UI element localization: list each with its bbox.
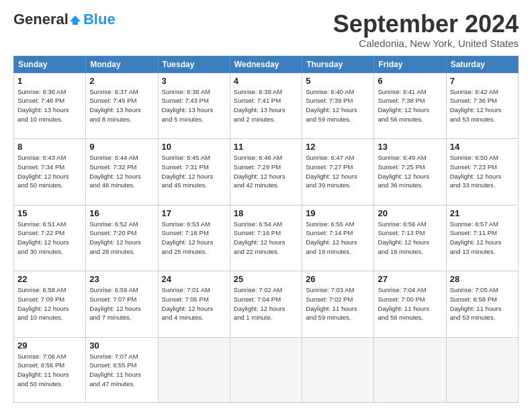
day-info: Sunrise: 6:49 AM Sunset: 7:25 PM Dayligh… <box>378 153 442 190</box>
calendar-cell: 7Sunrise: 6:42 AM Sunset: 7:36 PM Daylig… <box>446 73 518 139</box>
weekday-header-row: SundayMondayTuesdayWednesdayThursdayFrid… <box>14 56 519 73</box>
calendar-cell: 12Sunrise: 6:47 AM Sunset: 7:27 PM Dayli… <box>302 139 374 205</box>
day-number: 18 <box>234 208 298 218</box>
calendar-cell: 20Sunrise: 6:56 AM Sunset: 7:13 PM Dayli… <box>374 205 446 271</box>
day-info: Sunrise: 6:59 AM Sunset: 7:07 PM Dayligh… <box>89 285 154 322</box>
day-info: Sunrise: 6:47 AM Sunset: 7:27 PM Dayligh… <box>306 153 370 190</box>
calendar-cell: 2Sunrise: 6:37 AM Sunset: 7:45 PM Daylig… <box>86 73 158 139</box>
calendar-cell: 8Sunrise: 6:43 AM Sunset: 7:34 PM Daylig… <box>14 139 86 205</box>
day-info: Sunrise: 6:56 AM Sunset: 7:13 PM Dayligh… <box>378 220 442 257</box>
day-info: Sunrise: 6:37 AM Sunset: 7:45 PM Dayligh… <box>89 87 154 124</box>
day-info: Sunrise: 7:04 AM Sunset: 7:00 PM Dayligh… <box>378 285 442 322</box>
calendar-cell: 19Sunrise: 6:55 AM Sunset: 7:14 PM Dayli… <box>302 205 374 271</box>
day-number: 14 <box>450 142 515 152</box>
day-number: 24 <box>162 274 226 284</box>
calendar-cell: 1Sunrise: 6:36 AM Sunset: 7:46 PM Daylig… <box>14 73 86 139</box>
weekday-header-saturday: Saturday <box>446 56 518 73</box>
logo-blue: Blue <box>83 11 116 28</box>
title-block: September 2024 Caledonia, New York, Unit… <box>333 11 519 49</box>
day-info: Sunrise: 6:51 AM Sunset: 7:22 PM Dayligh… <box>17 220 82 257</box>
week-row-2: 8Sunrise: 6:43 AM Sunset: 7:34 PM Daylig… <box>14 139 519 205</box>
day-number: 6 <box>378 76 442 86</box>
calendar-cell: 10Sunrise: 6:45 AM Sunset: 7:31 PM Dayli… <box>158 139 230 205</box>
calendar-cell: 13Sunrise: 6:49 AM Sunset: 7:25 PM Dayli… <box>374 139 446 205</box>
calendar-cell <box>446 337 518 402</box>
day-number: 25 <box>234 274 298 284</box>
calendar-cell: 26Sunrise: 7:03 AM Sunset: 7:02 PM Dayli… <box>302 271 374 338</box>
day-number: 10 <box>162 142 226 152</box>
header: General Blue September 2024 Caledonia, N… <box>13 11 519 49</box>
calendar-cell: 22Sunrise: 6:58 AM Sunset: 7:09 PM Dayli… <box>14 271 86 338</box>
calendar-cell: 29Sunrise: 7:06 AM Sunset: 6:56 PM Dayli… <box>14 337 86 402</box>
calendar-cell: 18Sunrise: 6:54 AM Sunset: 7:16 PM Dayli… <box>230 205 302 271</box>
day-info: Sunrise: 7:02 AM Sunset: 7:04 PM Dayligh… <box>234 285 298 322</box>
weekday-header-sunday: Sunday <box>14 56 86 73</box>
calendar-cell: 5Sunrise: 6:40 AM Sunset: 7:39 PM Daylig… <box>302 73 374 139</box>
week-row-3: 15Sunrise: 6:51 AM Sunset: 7:22 PM Dayli… <box>14 205 519 271</box>
calendar-cell: 14Sunrise: 6:50 AM Sunset: 7:23 PM Dayli… <box>446 139 518 205</box>
day-info: Sunrise: 6:55 AM Sunset: 7:14 PM Dayligh… <box>306 220 370 257</box>
day-number: 12 <box>306 142 370 152</box>
day-info: Sunrise: 6:43 AM Sunset: 7:34 PM Dayligh… <box>17 153 82 190</box>
day-number: 17 <box>162 208 226 218</box>
day-info: Sunrise: 6:39 AM Sunset: 7:41 PM Dayligh… <box>234 87 298 124</box>
day-info: Sunrise: 6:50 AM Sunset: 7:23 PM Dayligh… <box>450 153 515 190</box>
day-info: Sunrise: 6:52 AM Sunset: 7:20 PM Dayligh… <box>89 220 154 257</box>
calendar-cell: 28Sunrise: 7:05 AM Sunset: 6:58 PM Dayli… <box>446 271 518 338</box>
day-number: 2 <box>89 76 154 86</box>
svg-marker-0 <box>70 15 81 25</box>
weekday-header-friday: Friday <box>374 56 446 73</box>
calendar-cell <box>302 337 374 402</box>
calendar-cell: 21Sunrise: 6:57 AM Sunset: 7:11 PM Dayli… <box>446 205 518 271</box>
calendar-cell: 27Sunrise: 7:04 AM Sunset: 7:00 PM Dayli… <box>374 271 446 338</box>
month-title: September 2024 <box>333 11 519 38</box>
day-info: Sunrise: 7:05 AM Sunset: 6:58 PM Dayligh… <box>450 285 515 322</box>
day-number: 20 <box>378 208 442 218</box>
logo: General Blue <box>13 11 116 28</box>
calendar-cell: 25Sunrise: 7:02 AM Sunset: 7:04 PM Dayli… <box>230 271 302 338</box>
logo-text: General Blue <box>13 11 116 28</box>
day-info: Sunrise: 6:41 AM Sunset: 7:38 PM Dayligh… <box>378 87 442 124</box>
day-info: Sunrise: 6:46 AM Sunset: 7:29 PM Dayligh… <box>234 153 298 190</box>
page: General Blue September 2024 Caledonia, N… <box>0 0 532 411</box>
day-info: Sunrise: 6:40 AM Sunset: 7:39 PM Dayligh… <box>306 87 370 124</box>
day-info: Sunrise: 7:03 AM Sunset: 7:02 PM Dayligh… <box>306 285 370 322</box>
calendar-cell: 11Sunrise: 6:46 AM Sunset: 7:29 PM Dayli… <box>230 139 302 205</box>
day-number: 22 <box>17 274 82 284</box>
location: Caledonia, New York, United States <box>333 38 519 49</box>
weekday-header-wednesday: Wednesday <box>230 56 302 73</box>
day-number: 23 <box>89 274 154 284</box>
calendar-cell: 24Sunrise: 7:01 AM Sunset: 7:05 PM Dayli… <box>158 271 230 338</box>
day-info: Sunrise: 6:54 AM Sunset: 7:16 PM Dayligh… <box>234 220 298 257</box>
day-info: Sunrise: 7:01 AM Sunset: 7:05 PM Dayligh… <box>162 285 226 322</box>
day-info: Sunrise: 6:58 AM Sunset: 7:09 PM Dayligh… <box>17 285 82 322</box>
day-number: 27 <box>378 274 442 284</box>
day-info: Sunrise: 6:45 AM Sunset: 7:31 PM Dayligh… <box>162 153 226 190</box>
day-info: Sunrise: 7:07 AM Sunset: 6:55 PM Dayligh… <box>89 352 154 389</box>
day-number: 16 <box>89 208 154 218</box>
calendar-table: SundayMondayTuesdayWednesdayThursdayFrid… <box>13 56 519 403</box>
day-info: Sunrise: 6:53 AM Sunset: 7:18 PM Dayligh… <box>162 220 226 257</box>
day-number: 19 <box>306 208 370 218</box>
calendar-cell: 23Sunrise: 6:59 AM Sunset: 7:07 PM Dayli… <box>86 271 158 338</box>
day-number: 26 <box>306 274 370 284</box>
day-info: Sunrise: 6:36 AM Sunset: 7:46 PM Dayligh… <box>17 87 82 124</box>
week-row-5: 29Sunrise: 7:06 AM Sunset: 6:56 PM Dayli… <box>14 337 519 402</box>
day-number: 28 <box>450 274 515 284</box>
week-row-1: 1Sunrise: 6:36 AM Sunset: 7:46 PM Daylig… <box>14 73 519 139</box>
calendar-cell: 30Sunrise: 7:07 AM Sunset: 6:55 PM Dayli… <box>86 337 158 402</box>
day-info: Sunrise: 6:57 AM Sunset: 7:11 PM Dayligh… <box>450 220 515 257</box>
day-number: 15 <box>17 208 82 218</box>
day-number: 11 <box>234 142 298 152</box>
calendar-cell <box>230 337 302 402</box>
calendar-cell: 3Sunrise: 6:38 AM Sunset: 7:43 PM Daylig… <box>158 73 230 139</box>
calendar-cell: 15Sunrise: 6:51 AM Sunset: 7:22 PM Dayli… <box>14 205 86 271</box>
day-number: 29 <box>17 340 82 351</box>
day-info: Sunrise: 7:06 AM Sunset: 6:56 PM Dayligh… <box>17 352 82 389</box>
day-number: 21 <box>450 208 515 218</box>
day-number: 1 <box>17 76 82 86</box>
logo-general: General <box>13 11 69 28</box>
day-number: 13 <box>378 142 442 152</box>
calendar-cell: 9Sunrise: 6:44 AM Sunset: 7:32 PM Daylig… <box>86 139 158 205</box>
calendar-cell: 17Sunrise: 6:53 AM Sunset: 7:18 PM Dayli… <box>158 205 230 271</box>
